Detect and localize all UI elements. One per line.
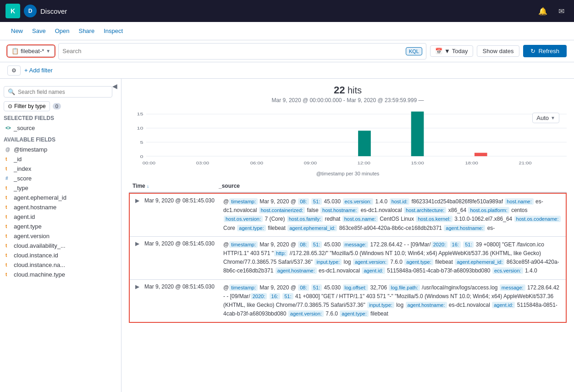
filter-count-badge: 0 bbox=[53, 103, 61, 109]
field-tag-key: agent.hostname: bbox=[276, 267, 317, 274]
field-tag-val: 1.4.0 bbox=[525, 267, 537, 274]
search-fields-container: 🔍 bbox=[4, 86, 112, 98]
field-tag-key: 08: bbox=[298, 284, 309, 291]
field-tag-key: agent.ephemeral_id: bbox=[455, 259, 504, 265]
field-name-label: cloud.instance.id bbox=[14, 252, 58, 259]
field-item-_id[interactable]: t_id bbox=[4, 154, 117, 164]
field-tag-key: host.os.name: bbox=[342, 216, 378, 222]
kql-badge[interactable]: KQL bbox=[406, 47, 422, 55]
expand-row-button[interactable]: ▶ bbox=[133, 197, 141, 204]
field-item-source[interactable]: <> _source bbox=[4, 123, 117, 133]
time-cell: Mar 9, 2020 @ 08:51:45.030 bbox=[144, 283, 220, 290]
field-tag-key: agent.type: bbox=[237, 225, 265, 231]
field-tag-key: http: bbox=[274, 250, 287, 256]
table-row: ▶ Mar 9, 2020 @ 08:51:45.030 @timestamp:… bbox=[130, 280, 566, 322]
field-item-_score[interactable]: #_score bbox=[4, 174, 117, 183]
svg-text:15: 15 bbox=[137, 112, 143, 116]
field-tag-val: 172.28.64.42 - - [09/Mar/ bbox=[370, 241, 431, 248]
inspect-button[interactable]: Inspect bbox=[100, 26, 127, 36]
col-source-header: _source bbox=[219, 183, 563, 189]
time-cell: Mar 9, 2020 @ 08:51:45.030 bbox=[144, 197, 220, 204]
field-tag-val: 45.030 bbox=[324, 241, 342, 248]
field-tag-key: ecs.version: bbox=[492, 267, 523, 274]
auto-label: Auto bbox=[536, 114, 549, 121]
expand-row-button[interactable]: ▶ bbox=[133, 283, 141, 290]
field-tag-key: input.type: bbox=[367, 302, 394, 308]
field-tag-key: host.os.version: bbox=[224, 216, 263, 222]
filter-options-button[interactable]: ⚙ bbox=[7, 65, 21, 76]
field-item-_type[interactable]: t_type bbox=[4, 183, 117, 193]
show-dates-button[interactable]: Show dates bbox=[477, 45, 520, 57]
field-tag-val: filebeat bbox=[268, 225, 287, 231]
hits-count: 22 hits bbox=[121, 84, 574, 96]
field-item-cloud.machine.type[interactable]: tcloud.machine.type bbox=[4, 270, 117, 279]
table-header: Time ↓ _source bbox=[129, 180, 567, 193]
toolbar: 📋 filebeat-* ▼ KQL 📅 ▼ Today Show dates … bbox=[0, 40, 574, 62]
field-item-agent.hostname[interactable]: tagent.hostname bbox=[4, 202, 117, 212]
field-item-cloud.availability_...[interactable]: tcloud.availability_... bbox=[4, 241, 117, 250]
selected-fields-list: <> _source bbox=[4, 123, 117, 133]
field-tag-val: es-dc1.novalocal bbox=[319, 267, 361, 274]
hits-section: 22 hits Mar 9, 2020 @ 00:00:00.000 - Mar… bbox=[121, 79, 574, 105]
field-tag-key: 08: bbox=[298, 241, 309, 248]
svg-text:09:00: 09:00 bbox=[304, 161, 317, 165]
field-tag-key: host.containerized: bbox=[259, 207, 305, 213]
histogram-chart: 15 10 5 0 00:00 03:00 06:00 09:00 12:00 … bbox=[129, 109, 567, 169]
field-tag-val: es-dc1.novalocal bbox=[449, 302, 491, 308]
search-fields-input[interactable] bbox=[18, 89, 108, 95]
expand-row-button[interactable]: ▶ bbox=[133, 240, 141, 247]
field-tag-val: centos bbox=[511, 207, 527, 213]
bar-1 bbox=[358, 131, 371, 156]
chart-xlabel: @timestamp per 30 minutes bbox=[129, 171, 567, 176]
field-item-cloud.instance.na...[interactable]: tcloud.instance.na... bbox=[4, 260, 117, 270]
new-button[interactable]: New bbox=[7, 26, 27, 36]
field-tag-val: Mar 9, 2020 @ bbox=[259, 198, 298, 205]
field-type-indicator: t bbox=[6, 224, 11, 229]
top-bar: K D Discover 🔔 ✉ bbox=[0, 0, 574, 22]
field-tag-key: agent.hostname: bbox=[406, 302, 447, 308]
date-label: Today bbox=[452, 48, 468, 54]
field-name-label: agent.version bbox=[14, 233, 50, 240]
index-pattern-selector[interactable]: 📋 filebeat-* ▼ bbox=[7, 45, 55, 57]
svg-text:10: 10 bbox=[137, 125, 143, 130]
data-rows: ▶ Mar 9, 2020 @ 08:51:45.030 @timestamp:… bbox=[129, 193, 567, 323]
open-button[interactable]: Open bbox=[51, 26, 73, 36]
field-item-agent.ephemeral_id[interactable]: tagent.ephemeral_id bbox=[4, 193, 117, 202]
selected-fields-section: Selected fields bbox=[4, 115, 117, 121]
field-item-_index[interactable]: t_index bbox=[4, 164, 117, 174]
auto-select[interactable]: Auto ▼ bbox=[532, 113, 559, 123]
field-name-label: agent.id bbox=[14, 213, 35, 220]
notifications-icon[interactable]: 🔔 bbox=[535, 4, 550, 18]
refresh-icon: ↻ bbox=[530, 48, 535, 54]
refresh-button[interactable]: ↻ Refresh bbox=[523, 45, 567, 57]
field-tag-key: agent.type: bbox=[404, 259, 433, 265]
field-tag-key: agent.version: bbox=[353, 259, 388, 265]
sidebar-collapse-button[interactable]: ◀ bbox=[112, 82, 117, 90]
filter-type-button[interactable]: ⊙ Filter by type bbox=[4, 101, 50, 111]
search-bar: KQL bbox=[58, 43, 426, 60]
nav-bar: New Save Open Share Inspect bbox=[0, 22, 574, 40]
field-tag-val: 45.030 bbox=[324, 284, 342, 291]
field-tag-val: false bbox=[307, 207, 320, 213]
search-fields-icon: 🔍 bbox=[8, 88, 15, 95]
field-item-cloud.instance.id[interactable]: tcloud.instance.id bbox=[4, 250, 117, 260]
col-time-header[interactable]: Time ↓ bbox=[132, 183, 215, 189]
field-type-indicator: # bbox=[6, 176, 11, 181]
filter-type-row: ⊙ Filter by type 0 bbox=[4, 101, 117, 111]
date-picker[interactable]: 📅 ▼ Today bbox=[430, 45, 473, 57]
save-button[interactable]: Save bbox=[28, 26, 50, 36]
search-input[interactable] bbox=[62, 48, 406, 54]
content-area: 22 hits Mar 9, 2020 @ 00:00:00.000 - Mar… bbox=[121, 79, 574, 392]
svg-text:03:00: 03:00 bbox=[196, 161, 210, 165]
field-type-indicator: @ bbox=[6, 147, 11, 152]
field-item-agent.id[interactable]: tagent.id bbox=[4, 212, 117, 222]
svg-text:15:00: 15:00 bbox=[411, 161, 424, 165]
sidebar: ◀ 🔍 ⊙ Filter by type 0 Selected fields <… bbox=[0, 79, 121, 392]
field-item-@timestamp[interactable]: @@timestamp bbox=[4, 145, 117, 154]
add-filter-button[interactable]: + Add filter bbox=[24, 67, 53, 74]
share-button[interactable]: Share bbox=[75, 26, 98, 36]
mail-icon[interactable]: ✉ bbox=[554, 4, 568, 18]
field-item-agent.type[interactable]: tagent.type bbox=[4, 222, 117, 231]
field-tag-key: host.architecture: bbox=[404, 207, 446, 213]
field-item-agent.version[interactable]: tagent.version bbox=[4, 231, 117, 241]
